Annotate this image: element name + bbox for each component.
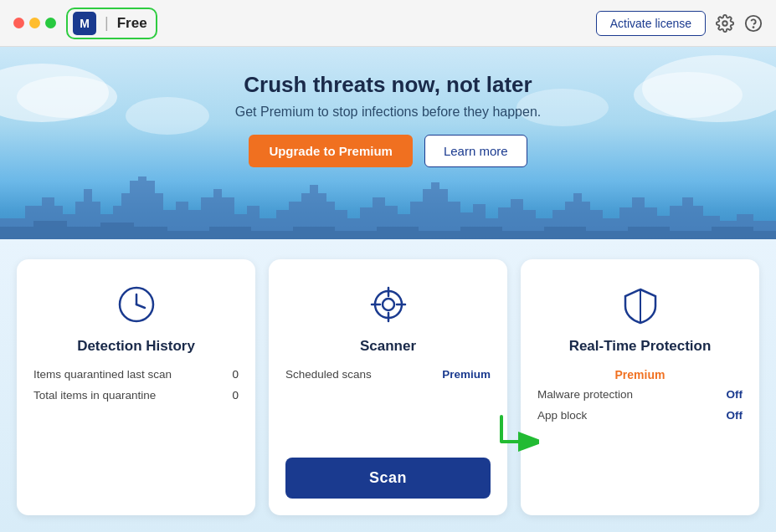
crosshair-icon — [363, 279, 414, 330]
malware-protection-value: Off — [727, 388, 743, 401]
titlebar-left: M | Free — [13, 8, 157, 39]
realtime-title: Real-Time Protection — [569, 338, 712, 355]
table-row: Malware protection Off — [537, 388, 743, 401]
table-row: App block Off — [537, 409, 743, 422]
traffic-lights — [13, 18, 56, 28]
help-button[interactable] — [744, 14, 763, 33]
scan-button-container: Scan — [285, 444, 491, 499]
city-silhouette — [0, 172, 776, 239]
help-icon — [744, 14, 763, 33]
app-block-value: Off — [727, 409, 743, 422]
svg-line-5 — [136, 304, 145, 308]
hero-subtitle: Get Premium to stop infections before th… — [235, 105, 542, 120]
upgrade-to-premium-button[interactable]: Upgrade to Premium — [249, 135, 413, 167]
premium-badge: Premium — [615, 368, 666, 381]
hero-title: Crush threats now, not later — [244, 72, 532, 98]
logo-area: M | Free — [66, 8, 157, 39]
free-label: Free — [117, 15, 147, 32]
logo-separator: | — [105, 14, 109, 32]
detection-history-rows: Items quarantined last scan 0 Total item… — [33, 368, 239, 402]
svg-point-0 — [722, 21, 727, 26]
quarantined-last-scan-value: 0 — [232, 368, 239, 381]
scan-button[interactable]: Scan — [285, 458, 491, 499]
hero-banner: Crush threats now, not later Get Premium… — [0, 47, 776, 239]
realtime-rows: Malware protection Off App block Off — [537, 388, 743, 422]
minimize-button[interactable] — [29, 18, 40, 28]
table-row: Items quarantined last scan 0 — [33, 368, 239, 381]
realtime-protection-card: Real-Time Protection Premium Malware pro… — [521, 259, 759, 515]
scanner-title: Scanner — [360, 338, 416, 355]
total-quarantine-value: 0 — [232, 389, 239, 402]
green-arrow-icon — [493, 412, 539, 458]
table-row: Total items in quarantine 0 — [33, 389, 239, 402]
cards-section: Detection History Items quarantined last… — [0, 239, 776, 532]
scanner-rows: Scheduled scans Premium — [285, 368, 491, 381]
titlebar: M | Free Activate license — [0, 0, 776, 47]
app-logo-icon: M — [73, 12, 96, 35]
scheduled-scans-label: Scheduled scans — [285, 368, 372, 381]
scheduled-scans-value: Premium — [442, 368, 491, 381]
hero-buttons: Upgrade to Premium Learn more — [249, 135, 527, 167]
shield-icon — [615, 279, 666, 330]
titlebar-right: Activate license — [596, 11, 763, 36]
maximize-button[interactable] — [45, 18, 56, 28]
total-quarantine-label: Total items in quarantine — [33, 389, 156, 402]
gear-icon — [716, 14, 734, 33]
activate-license-button[interactable]: Activate license — [596, 11, 706, 36]
learn-more-button[interactable]: Learn more — [424, 135, 527, 167]
close-button[interactable] — [13, 18, 24, 28]
malware-protection-label: Malware protection — [537, 388, 633, 401]
detection-history-title: Detection History — [77, 338, 195, 355]
table-row: Scheduled scans Premium — [285, 368, 491, 381]
settings-button[interactable] — [716, 14, 734, 33]
quarantined-last-scan-label: Items quarantined last scan — [33, 368, 172, 381]
svg-point-7 — [383, 299, 394, 310]
clock-icon — [111, 279, 162, 330]
app-block-label: App block — [537, 409, 587, 422]
detection-history-card: Detection History Items quarantined last… — [17, 259, 255, 515]
scanner-card: Scanner Scheduled scans Premium Scan — [269, 259, 507, 515]
